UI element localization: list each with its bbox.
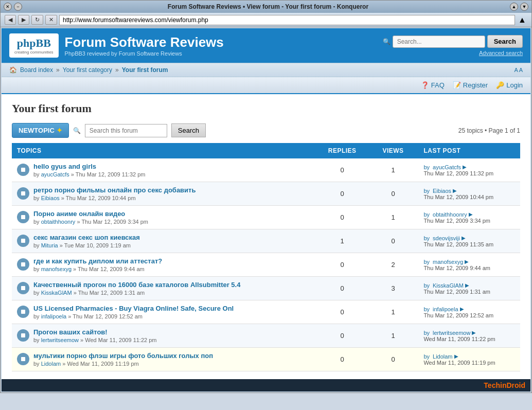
lastpost-username[interactable]: Lidolam bbox=[433, 353, 453, 360]
topic-author[interactable]: KisskaGlAM bbox=[41, 290, 72, 296]
breadcrumb-forum[interactable]: Your first forum bbox=[122, 66, 168, 74]
lastpost-username[interactable]: ayucGatcfs bbox=[433, 164, 461, 170]
advanced-search-link[interactable]: Advanced search bbox=[479, 50, 523, 56]
topic-title[interactable]: мультики порно флэш игры фото больших го… bbox=[33, 352, 312, 360]
reload-button[interactable]: ↻ bbox=[31, 15, 43, 25]
views-cell: 0 bbox=[368, 182, 419, 206]
lastpost-user[interactable]: by ayucGatcfs ▶ bbox=[423, 164, 515, 170]
window-right-controls[interactable]: ▲ ▼ bbox=[510, 3, 528, 11]
lastpost-time: Thu Mar 12, 2009 11:32 pm bbox=[423, 170, 515, 176]
lastpost-user[interactable]: by obtaithhoonry ▶ bbox=[423, 211, 515, 218]
new-topic-star-icon: ✦ bbox=[57, 127, 62, 134]
table-row: ретро порно фильмы онлайн про секс добав… bbox=[12, 182, 520, 206]
search-magnifier-icon: 🔍 bbox=[383, 38, 391, 45]
topic-cell: секс магазин секс шоп киевская by Mituri… bbox=[12, 229, 317, 253]
breadcrumb-home[interactable]: Board index bbox=[20, 66, 53, 74]
expand-button[interactable]: ▲ bbox=[510, 3, 518, 11]
lastpost-user[interactable]: by infalipoela ▶ bbox=[423, 306, 515, 312]
search-forum-button[interactable]: Search bbox=[171, 123, 206, 137]
breadcrumb-bar: 🏠 Board index » Your first category » Yo… bbox=[2, 63, 530, 77]
scroll-up[interactable]: ▲ bbox=[517, 15, 527, 25]
window-title: Forum Software Reviews • View forum - Yo… bbox=[26, 3, 510, 10]
browser-content: phpBB creating communities Forum Softwar… bbox=[2, 28, 530, 391]
topic-title[interactable]: Прогон ваших сайтов! bbox=[33, 328, 312, 336]
lastpost-user[interactable]: by Lidolam ▶ bbox=[423, 353, 515, 360]
view-post-icon[interactable]: ▶ bbox=[463, 164, 467, 170]
register-label: Register bbox=[463, 81, 488, 89]
topics-table: TOPICS REPLIES VIEWS LAST POST hello gyu… bbox=[12, 143, 520, 371]
topic-meta: by obtaithhoonry » Thu Mar 12, 2009 3:34… bbox=[33, 219, 312, 225]
forward-button[interactable]: ▶ bbox=[18, 15, 29, 25]
topic-author[interactable]: ayucGatcfs bbox=[41, 171, 69, 177]
topic-icon-inner bbox=[21, 191, 25, 195]
topic-author[interactable]: Lidolam bbox=[41, 361, 61, 367]
topic-cell: US Licensed Pharmacies - Buy Viagra Onli… bbox=[12, 300, 317, 324]
topic-author[interactable]: manofsexyg bbox=[41, 266, 72, 272]
back-button[interactable]: ◀ bbox=[5, 15, 16, 25]
topic-title[interactable]: US Licensed Pharmacies - Buy Viagra Onli… bbox=[33, 305, 312, 312]
faq-link[interactable]: ❓ FAQ bbox=[421, 81, 445, 89]
topic-title[interactable]: hello gyus and girls bbox=[33, 163, 312, 170]
lastpost-user[interactable]: by sdeovijsviji ▶ bbox=[423, 235, 515, 241]
breadcrumb-category[interactable]: Your first category bbox=[63, 66, 112, 74]
view-post-icon[interactable]: ▶ bbox=[472, 330, 476, 335]
view-post-icon[interactable]: ▶ bbox=[469, 211, 473, 217]
phpbb-logo[interactable]: phpBB creating communities bbox=[9, 33, 59, 58]
view-post-icon[interactable]: ▶ bbox=[462, 235, 466, 241]
topic-icon-inner bbox=[21, 286, 25, 290]
views-header: VIEWS bbox=[368, 143, 419, 158]
header-search-input[interactable] bbox=[393, 35, 485, 48]
register-link[interactable]: 📝 Register bbox=[453, 81, 488, 89]
search-forum-input[interactable] bbox=[85, 124, 167, 137]
lastpost-time: Wed Mar 11, 2009 11:19 pm bbox=[423, 360, 515, 366]
header-search-button[interactable]: Search bbox=[487, 35, 523, 48]
stop-button[interactable]: ✕ bbox=[45, 15, 57, 25]
url-bar[interactable] bbox=[59, 15, 515, 25]
topic-author[interactable]: Mituria bbox=[41, 242, 58, 248]
topic-title[interactable]: Качественный прогон по 16000 базе катало… bbox=[33, 281, 312, 289]
browser-window: ✕ − Forum Software Reviews • View forum … bbox=[0, 0, 532, 393]
lastpost-username[interactable]: manofsexyg bbox=[433, 259, 463, 265]
topic-icon-inner bbox=[21, 215, 25, 219]
topic-author[interactable]: obtaithhoonry bbox=[41, 219, 76, 225]
lastpost-username[interactable]: lertwritseemow bbox=[433, 330, 470, 336]
topic-meta: by Lidolam » Wed Mar 11, 2009 11:19 pm bbox=[33, 361, 312, 367]
close-button[interactable]: ✕ bbox=[4, 3, 12, 11]
maximize-button[interactable]: ▼ bbox=[520, 3, 528, 11]
lastpost-username[interactable]: sdeovijsviji bbox=[433, 235, 460, 241]
topic-title[interactable]: где и как купить диплом или аттестат? bbox=[33, 257, 312, 265]
topic-icon-inner bbox=[21, 357, 25, 361]
topic-title[interactable]: секс магазин секс шоп киевская bbox=[33, 234, 312, 241]
lastpost-user[interactable]: by Eibiaos ▶ bbox=[423, 188, 515, 194]
topic-author[interactable]: infalipoela bbox=[41, 313, 67, 319]
lastpost-username[interactable]: obtaithhoonry bbox=[433, 211, 467, 218]
topic-title[interactable]: Порно аниме онлайн видео bbox=[33, 210, 312, 218]
topic-title[interactable]: ретро порно фильмы онлайн про секс добав… bbox=[33, 186, 312, 194]
topics-header: TOPICS bbox=[12, 143, 317, 158]
topic-icon-inner bbox=[21, 168, 25, 172]
topic-info: hello gyus and girls by ayucGatcfs » Thu… bbox=[33, 163, 312, 177]
view-post-icon[interactable]: ▶ bbox=[465, 259, 469, 264]
view-post-icon[interactable]: ▶ bbox=[460, 306, 464, 312]
minimize-button[interactable]: − bbox=[14, 3, 22, 11]
font-resize-control[interactable]: A A bbox=[514, 67, 523, 73]
topic-icon bbox=[17, 329, 29, 342]
lastpost-user[interactable]: by lertwritseemow ▶ bbox=[423, 330, 515, 336]
view-post-icon[interactable]: ▶ bbox=[454, 353, 458, 359]
topic-info: где и как купить диплом или аттестат? by… bbox=[33, 257, 312, 272]
topic-author[interactable]: lertwritseemow bbox=[41, 337, 79, 343]
lastpost-user[interactable]: by KisskaGlAM ▶ bbox=[423, 282, 515, 289]
topic-cell: Прогон ваших сайтов! by lertwritseemow »… bbox=[12, 324, 317, 347]
login-link[interactable]: 🔑 Login bbox=[496, 81, 523, 89]
lastpost-username[interactable]: Eibiaos bbox=[433, 188, 451, 194]
new-topic-button[interactable]: NEWTOPIC ✦ bbox=[12, 123, 69, 138]
topic-author[interactable]: Eibiaos bbox=[41, 195, 60, 201]
view-post-icon[interactable]: ▶ bbox=[453, 188, 457, 193]
lastpost-user[interactable]: by manofsexyg ▶ bbox=[423, 259, 515, 265]
view-post-icon[interactable]: ▶ bbox=[465, 282, 469, 288]
topic-meta: by manofsexyg » Thu Mar 12, 2009 9:44 am bbox=[33, 266, 312, 272]
lastpost-username[interactable]: infalipoela bbox=[433, 306, 458, 312]
replies-cell: 0 bbox=[317, 158, 368, 182]
window-controls[interactable]: ✕ − bbox=[4, 3, 22, 11]
lastpost-username[interactable]: KisskaGlAM bbox=[433, 282, 464, 289]
